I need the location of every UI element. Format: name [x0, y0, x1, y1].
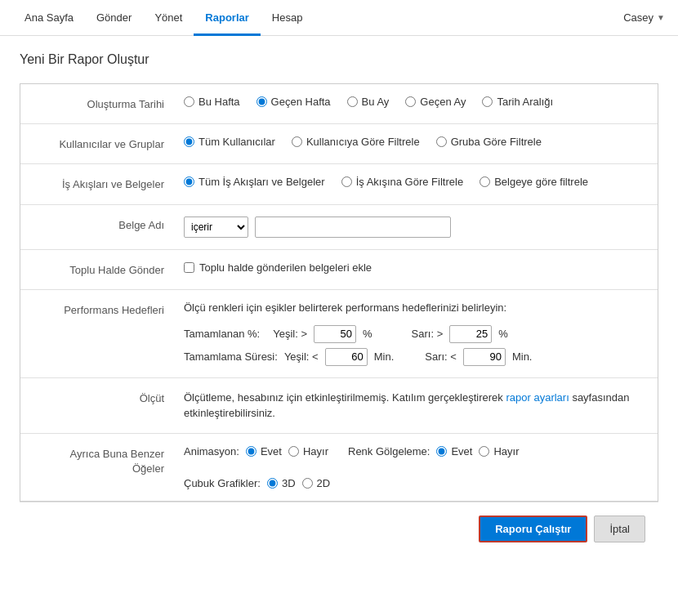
- perf-sure-sari-unit: Min.: [512, 350, 533, 363]
- is-akislari-radio-group: Tüm İş Akışları ve Belgeler İş Akışına G…: [184, 176, 588, 188]
- run-report-button[interactable]: Raporu Çalıştır: [479, 516, 587, 542]
- kullanicilar-radio-group: Tüm Kullanıcılar Kullanıcıya Göre Filtre…: [184, 136, 542, 148]
- performans-row: Performans Hedefleri Ölçü renkleri için …: [20, 290, 658, 378]
- toplu-halde-checkbox-label: Toplu halde gönderilen belgeleri ekle: [199, 261, 372, 274]
- olcut-label: Ölçüt: [20, 390, 184, 406]
- is-akislari-row: İş Akışları ve Belgeler Tüm İş Akışları …: [20, 164, 658, 204]
- perf-tamamlanan-yesil-input[interactable]: [314, 325, 356, 343]
- toplu-halde-field: Toplu halde gönderilen belgeleri ekle: [184, 261, 658, 274]
- nav-item-ana-sayfa[interactable]: Ana Sayfa: [13, 0, 85, 36]
- radio-renk-evet[interactable]: Evet: [436, 445, 472, 458]
- olcut-text: Ölçütleme, hesabınız için etkinleştirilm…: [184, 390, 658, 422]
- perf-tamamlanan-sari-input[interactable]: [449, 325, 492, 343]
- radio-tarih-araligi[interactable]: Tarih Aralığı: [482, 96, 553, 108]
- radio-tum-kullanicilar[interactable]: Tüm Kullanıcılar: [184, 136, 275, 148]
- perf-sure-sari-label: Sarı: <: [425, 350, 457, 363]
- is-akislari-field: Tüm İş Akışları ve Belgeler İş Akışına G…: [184, 176, 658, 188]
- radio-tum-is-akislari[interactable]: Tüm İş Akışları ve Belgeler: [184, 176, 325, 188]
- perf-yesil-label: Yeşil: >: [273, 328, 307, 340]
- radio-kullaniciya-gore[interactable]: Kullanıcıya Göre Filtrele: [292, 136, 420, 148]
- performans-field: Ölçü renkleri için eşikler belirterek pe…: [184, 301, 658, 366]
- user-menu[interactable]: Casey ▼: [623, 11, 665, 24]
- perf-sure-yesil-unit: Min.: [374, 350, 395, 363]
- olusturma-tarihi-radio-group: Bu Hafta Geçen Hafta Bu Ay Geçen Ay Tari…: [184, 96, 553, 108]
- button-row: Raporu Çalıştır İptal: [20, 502, 658, 556]
- kullanicilar-row: Kullanıcılar ve Gruplar Tüm Kullanıcılar…: [20, 124, 658, 164]
- nav-item-raporlar[interactable]: Raporlar: [194, 0, 260, 36]
- page-content: Yeni Bir Rapor Oluştur Oluşturma Tarihi …: [0, 36, 678, 572]
- perf-tamamlanan-label: Tamamlanan %:: [184, 328, 260, 340]
- radio-gecen-hafta[interactable]: Geçen Hafta: [256, 96, 331, 108]
- radio-gecen-ay[interactable]: Geçen Ay: [405, 96, 466, 108]
- ayrica-field: Animasyon: Evet Hayır Renk Gölgeleme: Ev…: [184, 445, 658, 489]
- report-form: Oluşturma Tarihi Bu Hafta Geçen Hafta Bu…: [20, 83, 658, 502]
- olcut-row: Ölçüt Ölçütleme, hesabınız için etkinleş…: [20, 378, 658, 434]
- olusturma-tarihi-label: Oluşturma Tarihi: [20, 96, 184, 112]
- toplu-halde-checkbox[interactable]: [184, 262, 194, 273]
- ayrica-label: Ayrıca Buna Benzer Öğeler: [20, 445, 184, 476]
- perf-sure-yesil-input[interactable]: [325, 348, 368, 366]
- kullanicilar-field: Tüm Kullanıcılar Kullanıcıya Göre Filtre…: [184, 136, 658, 148]
- radio-renk-hayir[interactable]: Hayır: [479, 445, 519, 458]
- nav-item-gonder[interactable]: Gönder: [85, 0, 143, 36]
- radio-bu-hafta[interactable]: Bu Hafta: [184, 96, 240, 108]
- belge-adi-field: içerir eşittir ile başlar: [184, 216, 658, 238]
- radio-belgeye-gore[interactable]: Belgeye göre filtrele: [480, 176, 588, 188]
- animasyon-label: Animasyon:: [184, 445, 239, 458]
- toplu-halde-label: Toplu Halde Gönder: [20, 261, 184, 278]
- is-akislari-label: İş Akışları ve Belgeler: [20, 176, 184, 192]
- radio-cubuk-2d[interactable]: 2D: [302, 477, 331, 489]
- user-name: Casey: [623, 11, 653, 24]
- perf-sari-label: Sarı: >: [412, 328, 444, 340]
- belge-adi-row: Belge Adı içerir eşittir ile başlar: [20, 205, 658, 250]
- perf-sure-sari-input[interactable]: [463, 348, 506, 366]
- performans-label: Performans Hedefleri: [20, 301, 184, 318]
- perf-tamamlanan-sari-unit: %: [498, 328, 508, 340]
- cancel-button[interactable]: İptal: [594, 516, 645, 542]
- radio-bu-ay[interactable]: Bu Ay: [347, 96, 390, 108]
- radio-animasyon-hayir[interactable]: Hayır: [288, 445, 328, 458]
- ayrica-controls: Animasyon: Evet Hayır Renk Gölgeleme: Ev…: [184, 445, 658, 489]
- perf-row-tamamlanan: Tamamlanan %: Yeşil: > % Sarı: > %: [184, 325, 658, 343]
- belge-adi-label: Belge Adı: [20, 216, 184, 233]
- belge-adi-controls: içerir eşittir ile başlar: [184, 216, 451, 238]
- olcut-field: Ölçütleme, hesabınız için etkinleştirilm…: [184, 390, 658, 422]
- nav-item-yonet[interactable]: Yönet: [143, 0, 194, 36]
- ayrica-row: Ayrıca Buna Benzer Öğeler Animasyon: Eve…: [20, 434, 658, 501]
- cubuk-group: Çubuk Grafikler: 3D 2D: [184, 477, 330, 489]
- cubuk-label: Çubuk Grafikler:: [184, 477, 261, 489]
- page-title: Yeni Bir Rapor Oluştur: [20, 52, 658, 67]
- radio-animasyon-evet[interactable]: Evet: [246, 445, 282, 458]
- perf-sure-label: Tamamlama Süresi:: [184, 350, 278, 363]
- belge-adi-select[interactable]: içerir eşittir ile başlar: [184, 216, 248, 238]
- toplu-halde-row: Toplu Halde Gönder Toplu halde gönderile…: [20, 250, 658, 290]
- animasyon-group: Animasyon: Evet Hayır: [184, 445, 328, 458]
- rapor-ayarlari-link[interactable]: rapor ayarları: [506, 391, 569, 404]
- radio-is-akisina-gore[interactable]: İş Akışına Göre Filtrele: [341, 176, 464, 188]
- radio-cubuk-3d[interactable]: 3D: [267, 477, 296, 489]
- olusturma-tarihi-row: Oluşturma Tarihi Bu Hafta Geçen Hafta Bu…: [20, 84, 658, 124]
- navbar: Ana Sayfa Gönder Yönet Raporlar Hesap Ca…: [0, 0, 678, 36]
- perf-tamamlanan-yesil-unit: %: [363, 328, 372, 340]
- kullanicilar-label: Kullanıcılar ve Gruplar: [20, 136, 184, 152]
- toplu-halde-checkbox-item[interactable]: Toplu halde gönderilen belgeleri ekle: [184, 261, 372, 274]
- belge-adi-input[interactable]: [255, 216, 451, 238]
- renk-golgeleme-label: Renk Gölgeleme:: [348, 445, 430, 458]
- perf-sure-yesil-label: Yeşil: <: [284, 350, 319, 363]
- nav-item-hesap[interactable]: Hesap: [261, 0, 314, 36]
- renk-golgeleme-group: Renk Gölgeleme: Evet Hayır: [348, 445, 520, 458]
- performans-desc: Ölçü renkleri için eşikler belirterek pe…: [184, 301, 658, 314]
- olusturma-tarihi-field: Bu Hafta Geçen Hafta Bu Ay Geçen Ay Tari…: [184, 96, 658, 108]
- perf-row-sure: Tamamlama Süresi: Yeşil: < Min. Sarı: < …: [184, 348, 658, 366]
- radio-gruba-gore[interactable]: Gruba Göre Filtrele: [436, 136, 542, 148]
- chevron-down-icon: ▼: [657, 13, 665, 22]
